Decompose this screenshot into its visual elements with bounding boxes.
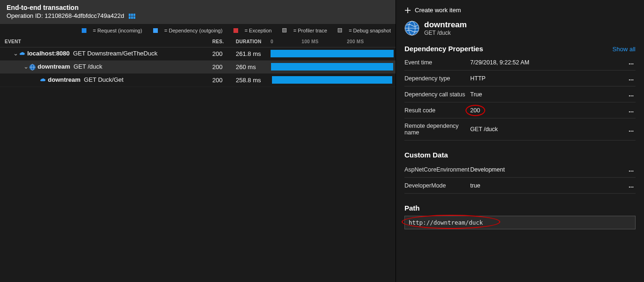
property-value: 7/29/2018, 9:22:52 AM: [470, 59, 529, 66]
header-title: End-to-end transaction: [7, 4, 389, 11]
table-row[interactable]: ⌄downtream GET /duck200260 ms: [0, 60, 396, 73]
header-subtitle: Operation ID: 12108268-4dfbfdcc749a422d: [7, 12, 389, 19]
svg-rect-5: [133, 16, 135, 19]
more-button[interactable]: ...: [627, 166, 636, 173]
left-panel: End-to-end transaction Operation ID: 121…: [0, 0, 396, 282]
globe-icon: [29, 64, 36, 70]
legend-exception: = Exception: [229, 27, 272, 33]
row-text: GET /duck: [74, 63, 102, 70]
table-row[interactable]: ⌄localhost:8080 GET Downstream/GetTheDuc…: [0, 47, 396, 60]
svg-rect-1: [131, 14, 133, 16]
row-res: 200: [208, 73, 231, 86]
chevron-down-icon[interactable]: ⌄: [23, 63, 28, 70]
legend-dependency: = Dependency (outgoing): [148, 27, 223, 33]
dep-props-section-head: Dependency Properties Show all: [404, 45, 636, 53]
svg-rect-0: [129, 14, 131, 16]
property-key: Event time: [404, 59, 470, 66]
create-work-item-button[interactable]: Create work item: [404, 5, 636, 20]
property-key: Result code: [404, 107, 470, 114]
row-bar: [271, 50, 394, 57]
row-host: localhost:8080: [27, 50, 70, 57]
operation-grid-icon[interactable]: [129, 14, 135, 19]
property-row: DeveloperModetrue...: [404, 178, 636, 194]
property-row: Dependency call statusTrue...: [404, 86, 636, 102]
property-key: AspNetCoreEnvironment: [404, 166, 470, 173]
row-host: downtream: [48, 76, 80, 83]
row-res: 200: [208, 60, 231, 73]
legend-request: = Request (incoming): [77, 27, 142, 33]
property-key: Dependency type: [404, 75, 470, 82]
property-value: true: [470, 182, 481, 189]
property-row: Result code200...: [404, 102, 636, 118]
property-row: AspNetCoreEnvironmentDevelopment...: [404, 162, 636, 178]
col-event[interactable]: Event: [0, 36, 208, 47]
svg-rect-4: [131, 16, 133, 19]
property-row: Event time7/29/2018, 9:22:52 AM...: [404, 55, 636, 70]
col-timeline: 0 100 MS 200 MS: [269, 36, 396, 47]
transaction-table: Event Res. Duration 0 100 MS 200 MS ⌄loc…: [0, 36, 396, 87]
more-button[interactable]: ...: [627, 91, 636, 98]
col-res[interactable]: Res.: [208, 36, 231, 47]
row-text: GET Downstream/GetTheDuck: [73, 50, 158, 57]
cloud-icon: [39, 77, 46, 84]
globe-icon: [404, 21, 419, 36]
property-value: Development: [470, 166, 505, 173]
dependency-name: downtream: [424, 20, 467, 30]
chevron-down-icon[interactable]: ⌄: [13, 50, 18, 57]
property-key: DeveloperMode: [404, 182, 470, 189]
property-row: Dependency typeHTTP...: [404, 70, 636, 86]
svg-rect-3: [129, 16, 131, 19]
table-row[interactable]: downtream GET Duck/Get200258.8 ms: [0, 73, 396, 86]
property-key: Dependency call status: [404, 91, 470, 98]
property-value: HTTP: [470, 75, 486, 82]
row-text: GET Duck/Get: [84, 76, 124, 83]
svg-rect-2: [133, 14, 135, 16]
legend-debug: = Debug snapshot: [333, 27, 391, 33]
details-panel: Create work item downtream GET /duck Dep…: [396, 0, 644, 282]
dependency-sub: GET /duck: [424, 30, 467, 36]
legend-profiler: = Profiler trace: [278, 27, 327, 33]
property-value: GET /duck: [470, 126, 498, 133]
property-value: 200: [470, 107, 480, 114]
row-duration: 258.8 ms: [231, 73, 269, 86]
more-button[interactable]: ...: [627, 75, 636, 82]
row-host: downtream: [38, 63, 70, 70]
show-all-link[interactable]: Show all: [613, 46, 636, 53]
property-value: True: [470, 91, 482, 98]
property-row: Remote dependency nameGET /duck...: [404, 118, 636, 141]
plus-icon: [404, 7, 411, 14]
path-value[interactable]: http://downtream/duck: [404, 216, 636, 229]
row-bar: [272, 76, 393, 84]
row-duration: 260 ms: [231, 60, 269, 73]
property-key: Remote dependency name: [404, 123, 470, 136]
custom-data-title: Custom Data: [404, 151, 636, 159]
row-bar: [271, 63, 393, 70]
more-button[interactable]: ...: [627, 126, 636, 133]
more-button[interactable]: ...: [627, 107, 636, 114]
cloud-icon: [19, 51, 25, 57]
path-title: Path: [404, 204, 636, 212]
col-duration[interactable]: Duration: [231, 36, 269, 47]
dependency-header: downtream GET /duck: [404, 20, 636, 36]
row-duration: 261.8 ms: [231, 47, 269, 60]
legend: = Request (incoming) = Dependency (outgo…: [0, 24, 396, 36]
more-button[interactable]: ...: [627, 182, 636, 189]
transaction-header: End-to-end transaction Operation ID: 121…: [0, 0, 396, 24]
more-button[interactable]: ...: [627, 59, 636, 66]
row-res: 200: [208, 47, 231, 60]
